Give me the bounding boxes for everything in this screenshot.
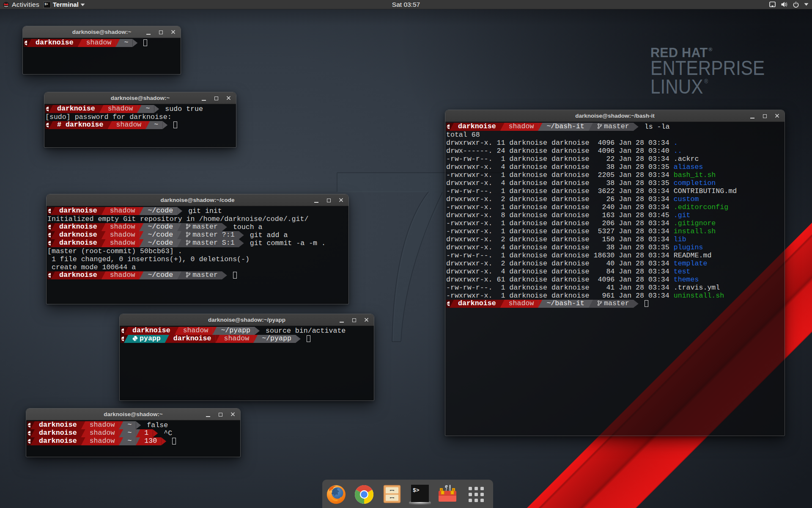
svg-text:$>: $> <box>45 3 48 6</box>
svg-text:$>: $> <box>413 487 420 494</box>
